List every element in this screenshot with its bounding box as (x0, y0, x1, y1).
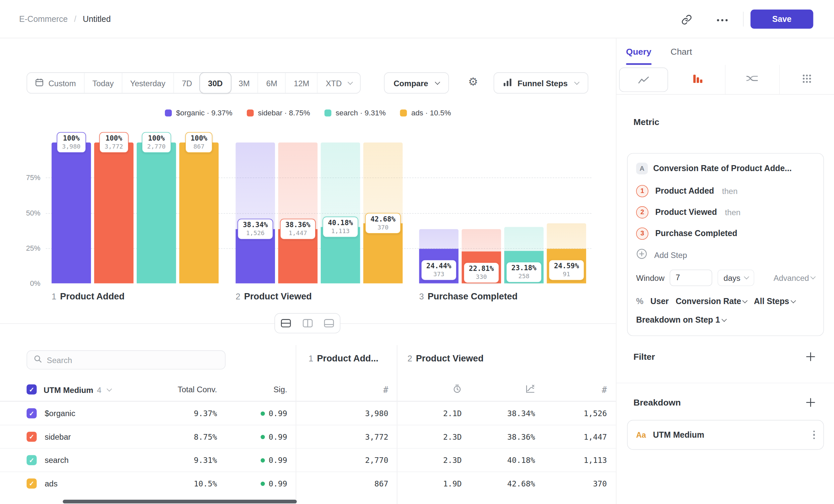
funnel-bar-label: 100%3,980 (57, 132, 86, 153)
line-chart-tab[interactable] (616, 65, 671, 94)
date-range-xtd[interactable]: XTD (317, 73, 360, 93)
funnel-chart: 0%25%50%75%100%3,98038.34%1,52624.44%373… (0, 128, 616, 323)
step-name: Purchase Completed (427, 292, 518, 301)
funnel-bar-label: 38.36%1,447 (280, 219, 315, 240)
more-options-button[interactable] (715, 13, 730, 27)
add-filter-button[interactable] (804, 351, 817, 363)
funnel-bar[interactable] (137, 143, 176, 283)
date-range-12m[interactable]: 12M (285, 73, 317, 93)
row-checkbox[interactable]: ✓ (26, 455, 37, 465)
cell-sig: 0.99 (223, 426, 287, 449)
horizontal-scrollbar-thumb[interactable] (63, 500, 297, 503)
measure-scope-dropdown[interactable]: All Steps (754, 297, 795, 306)
more-chart-types-tab[interactable] (779, 65, 834, 94)
step-connector-label: then (722, 186, 738, 195)
layout-split-vertical-button[interactable] (297, 314, 318, 333)
conversion-window-row: Window days Advanced (636, 266, 815, 289)
date-range-6m[interactable]: 6M (258, 73, 285, 93)
kebab-menu-icon[interactable] (813, 430, 815, 439)
sig-dot-icon (261, 482, 265, 486)
conversion-trend-column[interactable] (482, 378, 535, 402)
row-checkbox[interactable]: ✓ (26, 479, 37, 488)
add-step-button[interactable]: Add Step (636, 244, 815, 265)
sig-dot-icon (261, 435, 265, 439)
metric-step[interactable]: 3Purchase Completed (636, 223, 815, 244)
metric-steps: 1Product Addedthen2Product Viewedthen3Pu… (636, 180, 815, 244)
sig-header[interactable]: Sig. (223, 378, 287, 402)
chevron-down-icon (435, 79, 440, 85)
bar-conversion-pct: 100% (147, 134, 166, 142)
settings-gear-button[interactable]: ⚙ (468, 76, 478, 88)
cell-step1-count: 3,980 (335, 402, 388, 426)
bar-count: 330 (469, 273, 493, 280)
chart-type-button[interactable]: Funnel Steps (493, 72, 589, 93)
compare-button[interactable]: Compare (384, 72, 449, 93)
table-row[interactable]: ✓sidebar8.75%0.993,7722.3D38.36%1,447 (0, 425, 616, 448)
metric-title-row[interactable]: A Conversion Rate of Product Adde... (636, 161, 815, 176)
property-type-icon: Aa (636, 431, 646, 439)
metric-step[interactable]: 2Product Viewedthen (636, 202, 815, 223)
breadcrumb-current[interactable]: Untitled (83, 14, 110, 24)
funnel-bar[interactable] (52, 143, 91, 283)
share-link-button[interactable] (679, 13, 694, 27)
table-row[interactable]: ✓ads10.5%0.998671.9D42.68%370 (0, 472, 616, 495)
legend-item[interactable]: search · 9.31% (325, 109, 386, 117)
cell-step2-count: 1,447 (554, 426, 607, 449)
step-number-badge: 1 (636, 185, 649, 197)
layout-bottom-panel-button[interactable] (318, 314, 340, 333)
date-range-custom[interactable]: Custom (27, 73, 84, 93)
date-range-today[interactable]: Today (84, 73, 122, 93)
step-name: Product Added (60, 292, 125, 301)
chevron-down-icon (574, 79, 579, 85)
step-number-badge: 3 (636, 227, 649, 239)
table-row[interactable]: ✓search9.31%0.992,7702.3D40.18%1,113 (0, 448, 616, 472)
date-range-3m[interactable]: 3M (231, 73, 258, 93)
sig-dot-icon (261, 458, 265, 462)
legend-item[interactable]: sidebar · 8.75% (247, 109, 310, 117)
step1-count-column[interactable]: # (335, 378, 388, 402)
breakdown-property-card[interactable]: Aa UTM Medium (627, 420, 824, 450)
window-value-input[interactable] (670, 269, 712, 286)
date-range-yesterday[interactable]: Yesterday (122, 73, 174, 93)
window-unit-select[interactable]: days (718, 269, 754, 286)
avg-time-column[interactable] (409, 378, 461, 402)
step-number: 1 (52, 292, 57, 301)
cell-step2-count: 1,526 (554, 402, 607, 426)
breakdown-on-step-dropdown[interactable]: Breakdown on Step 1 (636, 311, 815, 329)
funnel-bar[interactable] (179, 143, 219, 283)
legend-swatch (400, 109, 407, 116)
save-button[interactable]: Save (750, 9, 813, 29)
tab-chart[interactable]: Chart (671, 38, 692, 65)
breakdown-column-header[interactable]: UTM Medium 4 (43, 378, 111, 402)
select-all-checkbox[interactable]: ✓ (26, 384, 37, 394)
row-checkbox[interactable]: ✓ (26, 408, 37, 418)
breadcrumb-project[interactable]: E-Commerce (19, 14, 68, 24)
date-range-30d[interactable]: 30D (199, 72, 231, 93)
cell-step2-conv: 38.34% (482, 402, 535, 426)
advanced-dropdown[interactable]: Advanced (774, 273, 815, 282)
row-label: sidebar (45, 426, 71, 449)
flow-chart-tab[interactable] (725, 65, 780, 94)
step2-count-column[interactable]: # (554, 378, 607, 402)
clock-icon (453, 384, 461, 395)
plus-icon (806, 397, 815, 409)
legend-item[interactable]: ads · 10.5% (400, 109, 451, 117)
cell-sig: 0.99 (223, 449, 287, 472)
table-subheader: ✓ UTM Medium 4 Total Conv. Sig. # # (0, 378, 616, 402)
chart-x-icon (525, 384, 535, 395)
add-breakdown-button[interactable] (804, 396, 817, 409)
tab-query[interactable]: Query (626, 38, 651, 65)
header-divider (743, 12, 744, 26)
measure-metric-dropdown[interactable]: Conversion Rate (676, 297, 747, 306)
total-conv-header[interactable]: Total Conv. (142, 378, 217, 402)
metric-step[interactable]: 1Product Addedthen (636, 180, 815, 202)
row-checkbox[interactable]: ✓ (26, 432, 37, 442)
measure-entity-dropdown[interactable]: User (651, 297, 669, 306)
table-row[interactable]: ✓$organic9.37%0.993,9802.1D38.34%1,526 (0, 402, 616, 425)
funnel-bar[interactable] (94, 143, 134, 283)
search-input[interactable] (47, 356, 219, 364)
funnel-chart-tab[interactable] (671, 65, 725, 94)
date-range-7d[interactable]: 7D (174, 73, 200, 93)
legend-item[interactable]: $organic · 9.37% (165, 109, 232, 117)
layout-split-horizontal-button[interactable] (275, 314, 297, 333)
